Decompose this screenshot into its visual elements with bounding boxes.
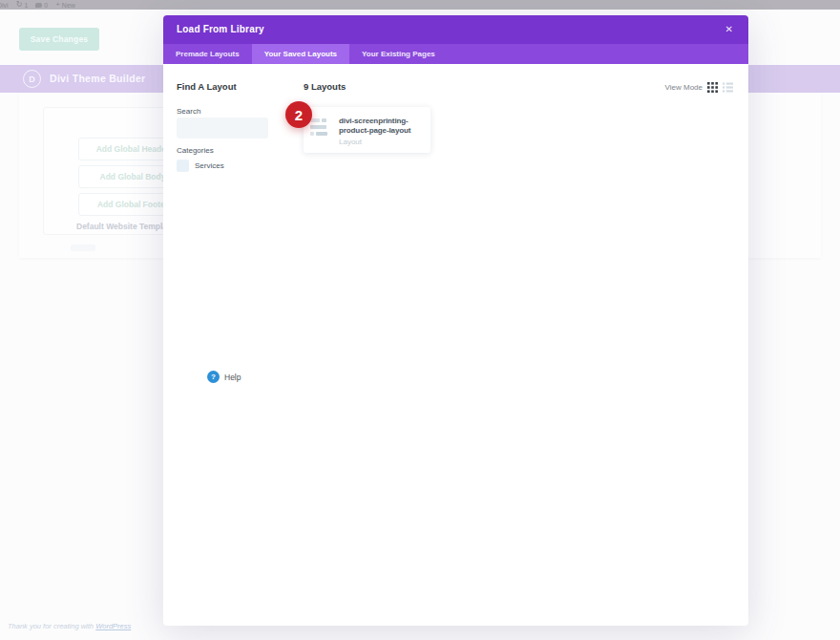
tab-your-existing-pages[interactable]: Your Existing Pages: [349, 44, 448, 64]
view-mode-label: View Mode: [665, 83, 703, 92]
services-checkbox[interactable]: [177, 160, 189, 172]
modal-title: Load From Library: [177, 15, 264, 44]
divi-logo: D: [23, 70, 41, 88]
layout-thumbnail: [310, 118, 333, 145]
admin-bar-new[interactable]: + New: [55, 1, 75, 9]
find-a-layout-heading: Find A Layout: [177, 81, 237, 92]
close-icon[interactable]: ✕: [720, 15, 739, 44]
search-input[interactable]: [177, 117, 268, 139]
view-mode-control: View Mode: [665, 82, 733, 93]
new-label: New: [62, 2, 75, 9]
layout-type-label: Layout: [339, 138, 425, 146]
help-button[interactable]: ? Help: [207, 371, 241, 383]
notification-badge: 2: [285, 101, 312, 128]
modal-header: Load From Library ✕: [163, 15, 748, 44]
wordpress-link[interactable]: WordPress: [95, 622, 131, 630]
layout-card[interactable]: divi-screenprinting-product-page-layout …: [304, 107, 430, 153]
layout-name: divi-screenprinting-product-page-layout: [339, 117, 425, 136]
page-root: Divi ↻ 1 0 + New Save Changes D Divi The…: [0, 0, 840, 640]
default-template-label: Default Website Template: [76, 222, 175, 231]
help-label: Help: [224, 373, 241, 382]
list-view-icon[interactable]: [723, 82, 733, 93]
admin-bar-updates[interactable]: ↻ 1: [16, 1, 29, 9]
admin-bar-site-link[interactable]: Divi: [0, 2, 9, 9]
page-title: Divi Theme Builder: [50, 65, 146, 93]
tab-your-saved-layouts[interactable]: Your Saved Layouts: [252, 44, 349, 64]
modal-tabs: Premade Layouts Your Saved Layouts Your …: [163, 44, 748, 64]
category-label: Services: [195, 161, 224, 170]
tab-premade-layouts[interactable]: Premade Layouts: [163, 44, 252, 64]
update-icon: ↻: [16, 1, 23, 9]
admin-bar-comments[interactable]: 0: [35, 2, 48, 9]
save-changes-button[interactable]: Save Changes: [19, 28, 99, 51]
grid-view-icon[interactable]: [707, 82, 718, 93]
comment-icon: [35, 3, 42, 8]
plus-icon: +: [55, 1, 60, 9]
template-chip: [71, 245, 95, 251]
footer-text: Thank you for creating with: [8, 622, 94, 630]
load-from-library-modal: Load From Library ✕ Premade Layouts Your…: [163, 15, 748, 626]
category-item-services[interactable]: Services: [177, 160, 224, 172]
categories-label: Categories: [177, 146, 214, 155]
comments-count: 0: [44, 2, 48, 9]
help-icon: ?: [207, 371, 220, 383]
search-label: Search: [177, 107, 200, 116]
layouts-count-heading: 9 Layouts: [304, 81, 346, 92]
wp-footer-credit: Thank you for creating with WordPress: [8, 622, 131, 630]
wp-admin-bar: Divi ↻ 1 0 + New: [0, 0, 840, 10]
layout-card-text: divi-screenprinting-product-page-layout …: [339, 117, 425, 145]
updates-count: 1: [24, 2, 28, 9]
